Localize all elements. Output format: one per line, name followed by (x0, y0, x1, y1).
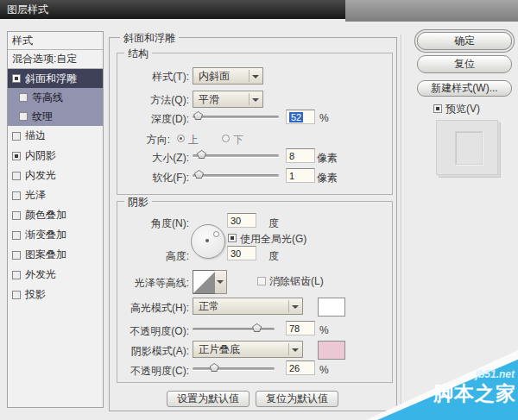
sidebar-item-satin[interactable]: 光泽 (8, 185, 103, 205)
highlight-opacity-unit: % (319, 324, 329, 336)
layer-style-dialog: 图层样式 样式 混合选项:自定 斜面和浮雕 等高线 纹理 描边 内阴影 (0, 0, 518, 420)
checkbox-icon[interactable] (12, 271, 21, 279)
watermark-site-name: 脚本之家 (433, 380, 516, 407)
checkbox-icon[interactable] (12, 291, 21, 299)
style-select[interactable]: 内斜面 (193, 67, 263, 85)
depth-value: 52 (289, 112, 303, 122)
sidebar-item-inner-shadow[interactable]: 内阴影 (8, 146, 103, 166)
direction-up-radio[interactable] (177, 135, 185, 142)
sidebar-label: 投影 (25, 287, 46, 302)
highlight-color-swatch[interactable] (318, 298, 345, 317)
sidebar-label: 外发光 (25, 267, 56, 282)
style-preview-thumbnail (436, 120, 498, 175)
direction-label: 方向: (110, 133, 170, 147)
angle-input[interactable]: 30 (227, 213, 256, 228)
direction-up-label[interactable]: 上 (188, 133, 199, 147)
new-style-button[interactable]: 新建样式(W)... (417, 80, 512, 97)
global-light-label[interactable]: 使用全局光(G) (240, 232, 306, 247)
reset-default-button[interactable]: 复位为默认值 (256, 391, 338, 407)
sidebar-item-drop-shadow[interactable]: 投影 (8, 285, 103, 304)
direction-down-label[interactable]: 下 (233, 133, 243, 147)
angle-dial-center (205, 239, 209, 242)
sidebar-item-outer-glow[interactable]: 外发光 (8, 265, 103, 285)
sidebar-item-gradient-overlay[interactable]: 渐变叠加 (8, 225, 103, 245)
shadow-opacity-label: 不透明度(C): (110, 364, 189, 379)
soften-value: 1 (289, 171, 294, 181)
size-slider[interactable] (193, 154, 279, 157)
sidebar-item-color-overlay[interactable]: 颜色叠加 (8, 205, 103, 225)
style-list-sidebar: 样式 混合选项:自定 斜面和浮雕 等高线 纹理 描边 内阴影 内发光 (7, 31, 104, 408)
preview-checkbox[interactable] (433, 104, 442, 113)
shadow-color-swatch[interactable] (318, 341, 345, 360)
panel-title: 斜面和浮雕 (120, 31, 179, 46)
altitude-value: 30 (231, 248, 241, 259)
sidebar-item-texture[interactable]: 纹理 (8, 107, 103, 126)
structure-legend: 结构 (124, 47, 152, 61)
checkbox-icon[interactable] (12, 172, 21, 180)
style-select-value: 内斜面 (199, 70, 230, 82)
checkbox-icon[interactable] (19, 112, 28, 121)
angle-dial-handle[interactable] (213, 231, 219, 237)
sidebar-label: 混合选项:自定 (12, 52, 77, 66)
sidebar-label: 等高线 (32, 91, 63, 105)
highlight-mode-value: 正常 (199, 300, 219, 312)
altitude-input[interactable]: 30 (227, 246, 256, 260)
sidebar-item-styles[interactable]: 样式 (8, 32, 103, 50)
highlight-mode-select[interactable]: 正常 (193, 298, 303, 315)
depth-input[interactable]: 52 (286, 110, 315, 124)
gloss-contour-dropdown-arrow[interactable] (215, 270, 227, 294)
highlight-opacity-input[interactable]: 78 (286, 321, 315, 335)
ok-button[interactable]: 确定 (417, 32, 512, 50)
shadow-opacity-input[interactable]: 26 (286, 360, 315, 375)
highlight-opacity-value: 78 (289, 323, 300, 334)
soften-slider[interactable] (193, 174, 279, 177)
shadow-opacity-slider[interactable] (193, 367, 275, 370)
checkbox-icon[interactable] (12, 191, 21, 200)
sidebar-label: 斜面和浮雕 (25, 72, 77, 86)
soften-input[interactable]: 1 (286, 168, 315, 183)
highlight-opacity-slider[interactable] (193, 328, 275, 330)
preview-label[interactable]: 预览(V) (445, 102, 480, 116)
panel-divider (401, 34, 402, 408)
angle-dial[interactable] (191, 224, 225, 259)
checkbox-icon[interactable] (12, 152, 21, 160)
sidebar-label: 渐变叠加 (25, 228, 66, 242)
checkbox-icon[interactable] (12, 132, 21, 141)
sidebar-item-pattern-overlay[interactable]: 图案叠加 (8, 245, 103, 265)
global-light-checkbox[interactable] (228, 234, 237, 242)
anti-alias-checkbox[interactable] (257, 277, 266, 285)
gloss-contour-thumbnail[interactable] (193, 270, 217, 294)
size-label: 大小(Z): (110, 151, 189, 166)
preview-shape (455, 131, 483, 165)
checkbox-icon[interactable] (12, 251, 21, 260)
set-default-button[interactable]: 设置为默认值 (167, 391, 250, 407)
sidebar-item-blending-options[interactable]: 混合选项:自定 (8, 50, 103, 69)
sidebar-label: 光泽 (25, 188, 46, 203)
shading-legend: 阴影 (124, 195, 152, 210)
dialog-title: 图层样式 (7, 3, 48, 16)
reset-button[interactable]: 复位 (417, 55, 512, 73)
shadow-mode-select[interactable]: 正片叠底 (193, 341, 303, 358)
checkbox-icon[interactable] (12, 231, 21, 240)
technique-select[interactable]: 平滑 (193, 91, 263, 108)
direction-down-radio[interactable] (222, 135, 230, 142)
size-input[interactable]: 8 (286, 148, 315, 163)
checkbox-icon[interactable] (19, 93, 28, 102)
sidebar-label: 内发光 (25, 168, 56, 183)
sidebar-label: 样式 (12, 34, 33, 48)
sidebar-item-contour[interactable]: 等高线 (8, 88, 103, 107)
sidebar-item-stroke[interactable]: 描边 (8, 126, 103, 146)
sidebar-item-inner-glow[interactable]: 内发光 (8, 166, 103, 185)
depth-unit: % (319, 112, 329, 124)
sidebar-label: 描边 (25, 129, 46, 143)
depth-slider[interactable] (193, 116, 279, 118)
dialog-titlebar[interactable]: 图层样式 (0, 0, 345, 19)
checkbox-icon[interactable] (12, 74, 21, 83)
checkbox-icon[interactable] (12, 211, 21, 220)
anti-alias-label[interactable]: 消除锯齿(L) (269, 274, 324, 289)
sidebar-label: 纹理 (32, 110, 53, 124)
background-window-strip (345, 0, 518, 22)
sidebar-item-bevel-emboss[interactable]: 斜面和浮雕 (8, 69, 103, 88)
angle-value: 30 (231, 216, 241, 226)
angle-label: 角度(N): (110, 216, 189, 231)
